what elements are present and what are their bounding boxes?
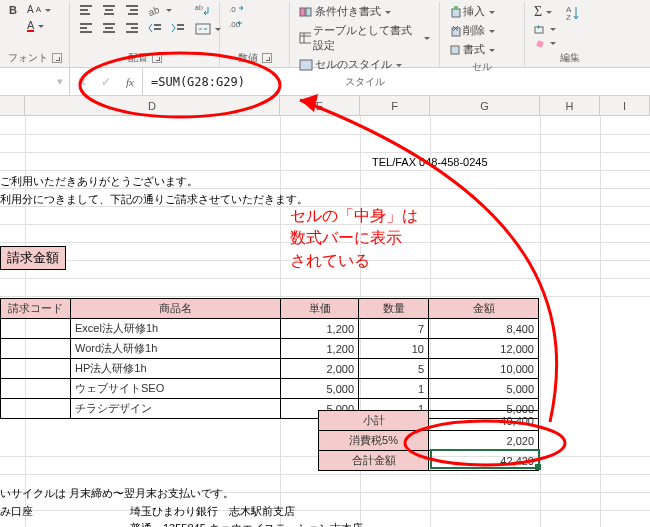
font-color-dropdown[interactable]: A (24, 18, 54, 34)
bold-button[interactable]: B (6, 2, 20, 18)
cell-amount-title: 請求金額 (0, 246, 66, 270)
svg-rect-18 (126, 31, 138, 33)
insert-function-button[interactable]: fx (118, 76, 142, 88)
svg-rect-22 (177, 28, 184, 30)
svg-rect-12 (80, 31, 92, 33)
th-name: 商品名 (71, 299, 281, 319)
orientation-dropdown[interactable]: ab (145, 2, 175, 18)
svg-text:Z: Z (566, 13, 571, 22)
svg-rect-8 (128, 13, 138, 15)
align-dialog-launcher[interactable] (152, 53, 162, 63)
formula-input[interactable]: =SUM(G28:G29) (142, 68, 650, 95)
svg-rect-29 (300, 33, 311, 43)
svg-rect-14 (105, 27, 113, 29)
number-dialog-launcher[interactable] (262, 53, 272, 63)
ribbon-group-align: ab ab 配置 (70, 2, 220, 67)
svg-rect-1 (80, 9, 88, 11)
delete-cells-dropdown[interactable]: 削除 (446, 21, 498, 40)
tax-value: 2,020 (429, 431, 539, 451)
clear-dropdown[interactable] (531, 36, 559, 50)
table-row: Word法人研修1h1,2001012,000 (1, 339, 539, 359)
ribbon-group-edit: Σ AZ 編集 (525, 2, 615, 67)
font-size-dropdown[interactable]: AA (24, 2, 54, 17)
svg-text:ab: ab (195, 4, 203, 11)
total-value: 42,420 (429, 451, 539, 471)
ribbon-group-number: .0 .00 数値 (220, 2, 290, 67)
th-amt: 金額 (429, 299, 539, 319)
svg-rect-17 (131, 27, 138, 29)
ribbon-group-cells: 挿入 削除 書式 セル (440, 2, 525, 67)
col-header-d[interactable]: D (25, 96, 280, 115)
worksheet[interactable]: D E F G H I (0, 96, 650, 527)
invoice-table: 請求コード 商品名 単価 数量 金額 Excel法人研修1h1,20078,40… (0, 298, 539, 419)
decrease-decimal-button[interactable]: .00 (226, 17, 248, 31)
decrease-indent-button[interactable] (145, 20, 165, 36)
col-header-i[interactable]: I (600, 96, 650, 115)
cell-telfax: TEL/FAX 048-458-0245 (372, 156, 488, 168)
align-group-label: 配置 (128, 51, 148, 65)
number-group-label: 数値 (238, 51, 258, 65)
increase-decimal-button[interactable]: .0 (226, 2, 248, 16)
name-box[interactable]: ▾ (0, 68, 70, 95)
align-center-button[interactable] (99, 20, 119, 36)
annotation-text: セルの「中身」は 数式バーに表示 されている (290, 205, 418, 272)
svg-rect-11 (80, 27, 87, 29)
svg-rect-34 (454, 6, 458, 10)
sort-filter-button[interactable]: AZ (563, 2, 587, 24)
th-code: 請求コード (1, 299, 71, 319)
autosum-dropdown[interactable]: Σ (531, 2, 559, 22)
svg-rect-0 (80, 5, 92, 7)
ribbon-group-style: 条件付き書式 テーブルとして書式設定 セルのスタイル スタイル (290, 2, 440, 67)
insert-cells-dropdown[interactable]: 挿入 (446, 2, 498, 21)
fill-dropdown[interactable] (531, 22, 559, 36)
cell-desc: 利用分につきまして、下記の通りご請求させていただきます。 (0, 192, 308, 207)
conditional-format-dropdown[interactable]: 条件付き書式 (296, 2, 433, 21)
svg-rect-19 (154, 24, 161, 26)
col-header-f[interactable]: F (360, 96, 430, 115)
formula-enter-button[interactable]: ✓ (94, 75, 118, 89)
svg-rect-4 (105, 9, 113, 11)
table-row: Excel法人研修1h1,20078,400 (1, 319, 539, 339)
cell-acct: 普通 1355845 キョウエイステーション志木店 (130, 521, 363, 527)
formula-bar: ▾ ✕ ✓ fx =SUM(G28:G29) (0, 68, 650, 96)
svg-rect-33 (452, 9, 460, 17)
align-top-button[interactable] (76, 2, 96, 18)
cell-thanks: ご利用いただきありがとうございます。 (0, 174, 198, 189)
align-left-button[interactable] (76, 20, 96, 36)
table-format-dropdown[interactable]: テーブルとして書式設定 (296, 21, 433, 55)
ribbon: B AA A フォント ab (0, 0, 650, 68)
align-middle-button[interactable] (99, 2, 119, 18)
svg-text:ab: ab (148, 4, 161, 16)
ribbon-group-font: B AA A フォント (0, 2, 70, 67)
svg-text:.0: .0 (229, 5, 236, 14)
table-row: ウェブサイトSEO5,00015,000 (1, 379, 539, 399)
subtotal-value: 40,400 (429, 411, 539, 431)
svg-rect-7 (130, 9, 138, 11)
svg-rect-16 (126, 23, 138, 25)
svg-rect-2 (80, 13, 90, 15)
svg-rect-3 (103, 5, 115, 7)
svg-rect-24 (196, 24, 210, 34)
col-header-h[interactable]: H (540, 96, 600, 115)
col-header-g[interactable]: G (430, 96, 540, 115)
total-label: 合計金額 (319, 451, 429, 471)
format-cells-dropdown[interactable]: 書式 (446, 40, 498, 59)
font-dialog-launcher[interactable] (52, 53, 62, 63)
svg-rect-21 (177, 24, 184, 26)
align-bottom-button[interactable] (122, 2, 142, 18)
edit-group-label: 編集 (560, 51, 580, 65)
align-right-button[interactable] (122, 20, 142, 36)
svg-rect-6 (126, 5, 138, 7)
increase-indent-button[interactable] (168, 20, 188, 36)
svg-rect-20 (154, 28, 161, 30)
formula-cancel-button[interactable]: ✕ (70, 75, 94, 89)
tax-label: 消費税5% (319, 431, 429, 451)
svg-rect-15 (103, 31, 115, 33)
col-header-e[interactable]: E (280, 96, 360, 115)
svg-rect-27 (300, 8, 305, 16)
column-headers: D E F G H I (0, 96, 650, 116)
svg-rect-5 (104, 13, 114, 15)
svg-rect-28 (306, 8, 311, 16)
svg-rect-40 (536, 40, 544, 48)
th-unit: 単価 (281, 299, 359, 319)
